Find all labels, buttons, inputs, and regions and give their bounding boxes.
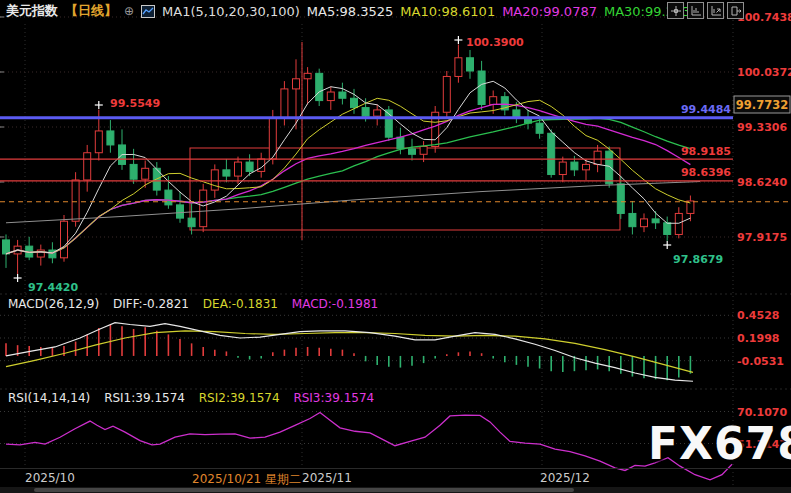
candle-body bbox=[130, 164, 137, 179]
x-label-nov: 2025/11 bbox=[302, 471, 352, 485]
trading-chart-window: 100.7438100.037299.330698.624097.91750.4… bbox=[0, 0, 791, 493]
y-axis-label: -0.0531 bbox=[737, 355, 784, 368]
y-axis-label: 70.1070 bbox=[737, 406, 787, 419]
macd-diff-line bbox=[6, 323, 693, 381]
y-axis-label: 98.6240 bbox=[737, 176, 787, 189]
watermark: FX678 bbox=[648, 418, 791, 469]
price-annotation: 98.6396 bbox=[681, 166, 731, 179]
candle-body bbox=[617, 184, 624, 214]
macd-header: MACD(26,12,9) DIFF:-0.2821 DEA:-0.1831 M… bbox=[8, 297, 388, 311]
macd-dea-line bbox=[6, 331, 693, 373]
candle-body bbox=[327, 92, 334, 101]
scrollbar-thumb[interactable] bbox=[34, 488, 574, 492]
price-tag-label: 99.7732 bbox=[736, 98, 788, 112]
candle-body bbox=[571, 162, 578, 170]
candle-body bbox=[536, 123, 543, 133]
candle-body bbox=[316, 73, 323, 100]
candle-body bbox=[664, 223, 671, 235]
candle-body bbox=[3, 240, 10, 254]
candle-body bbox=[281, 89, 288, 118]
chart-type-icon[interactable] bbox=[141, 5, 155, 18]
macd-dea-value: DEA:-0.1831 bbox=[203, 297, 278, 311]
toolbar bbox=[667, 2, 744, 19]
ma5-value: MA5:98.3525 bbox=[307, 4, 394, 19]
candle-body bbox=[490, 97, 497, 105]
x-label-dec: 2025/12 bbox=[540, 471, 590, 485]
collapse-right-button[interactable] bbox=[727, 2, 744, 19]
candle-body bbox=[72, 180, 79, 221]
price-annotation: 99.5549 bbox=[110, 97, 160, 110]
candle-body bbox=[675, 213, 682, 234]
rsi2-value: RSI2:39.1574 bbox=[199, 391, 280, 405]
candle-body bbox=[606, 151, 613, 184]
candle-body bbox=[165, 190, 172, 205]
candle-body bbox=[235, 162, 242, 176]
candle-body bbox=[455, 58, 462, 77]
ma10-value: MA10:98.6101 bbox=[400, 4, 495, 19]
candle-body bbox=[351, 98, 358, 107]
candle-body bbox=[362, 108, 369, 117]
y-axis-label: 100.0372 bbox=[737, 66, 791, 79]
ma-params-label: MA1(5,10,20,30,100) bbox=[162, 4, 300, 19]
candle-body bbox=[548, 133, 555, 174]
rsi-header: RSI(14,14,14) RSI1:39.1574 RSI2:39.1574 … bbox=[8, 391, 384, 405]
candle-body bbox=[629, 213, 636, 226]
y-axis-label: 100.7438 bbox=[737, 11, 791, 24]
macd-diff-value: DIFF:-0.2821 bbox=[113, 297, 189, 311]
candle-body bbox=[84, 153, 91, 180]
price-annotation: 97.8679 bbox=[673, 253, 723, 266]
candle-body bbox=[95, 131, 102, 153]
axis-zoom-button[interactable] bbox=[687, 2, 704, 19]
candle-body bbox=[374, 110, 381, 116]
ma20-value: MA20:99.0787 bbox=[502, 4, 597, 19]
candle-body bbox=[420, 147, 427, 155]
x-label-oct: 2025/10 bbox=[25, 471, 75, 485]
axis-pan-button[interactable] bbox=[707, 2, 724, 19]
scrollbar-track[interactable] bbox=[0, 487, 791, 493]
period-label[interactable]: 【日线】 bbox=[65, 2, 117, 20]
price-annotation: 99.4484 bbox=[681, 103, 731, 116]
candle-body bbox=[200, 190, 207, 227]
candle-body bbox=[478, 71, 485, 104]
symbol-name: 美元指数 bbox=[6, 2, 58, 20]
pan-tool-button[interactable] bbox=[667, 2, 684, 19]
candle-body bbox=[211, 170, 218, 190]
candle-body bbox=[246, 162, 253, 171]
candle-body bbox=[641, 219, 648, 227]
price-annotation: 98.9185 bbox=[681, 145, 731, 158]
candle-body bbox=[559, 162, 566, 174]
x-label-selected-date: 2025/10/21 星期二 bbox=[192, 471, 301, 488]
macd-params-label: MACD(26,12,9) bbox=[8, 297, 99, 311]
rsi3-value: RSI3:39.1574 bbox=[293, 391, 374, 405]
candle-body bbox=[37, 250, 44, 257]
add-indicator-icon[interactable]: ⊕ bbox=[124, 4, 134, 18]
candle-body bbox=[107, 131, 114, 145]
candle-body bbox=[583, 164, 590, 169]
candle-body bbox=[223, 170, 230, 176]
macd-macd-value: MACD:-0.1981 bbox=[292, 297, 378, 311]
candle-body bbox=[467, 58, 474, 71]
y-axis-label: 99.3306 bbox=[737, 121, 787, 134]
rsi-params-label: RSI(14,14,14) bbox=[8, 391, 90, 405]
rsi1-value: RSI1:39.1574 bbox=[104, 391, 185, 405]
candle-body bbox=[594, 151, 601, 164]
candle-body bbox=[409, 149, 416, 154]
y-axis-label: 97.9175 bbox=[737, 231, 787, 244]
candle-body bbox=[188, 218, 195, 227]
price-annotation: 100.3900 bbox=[466, 36, 524, 49]
x-axis-row: 2025/10 2025/10/21 星期二 2025/11 2025/12 bbox=[0, 468, 791, 488]
candle-body bbox=[652, 219, 659, 223]
ma10-line bbox=[6, 98, 690, 254]
candle-body bbox=[293, 79, 300, 89]
price-annotation: 97.4420 bbox=[28, 281, 78, 294]
y-axis-label: 0.1998 bbox=[737, 332, 779, 345]
candle-body bbox=[443, 76, 450, 112]
candle-body bbox=[142, 168, 149, 179]
candle-body bbox=[397, 137, 404, 149]
candle-body bbox=[304, 73, 311, 78]
y-axis-label: 0.4528 bbox=[737, 309, 779, 322]
candle-body bbox=[339, 92, 346, 98]
candle-body bbox=[177, 205, 184, 218]
candle-body bbox=[61, 221, 68, 258]
chart-header: 美元指数 【日线】 ⊕ MA1(5,10,20,30,100) MA5:98.3… bbox=[0, 0, 666, 22]
